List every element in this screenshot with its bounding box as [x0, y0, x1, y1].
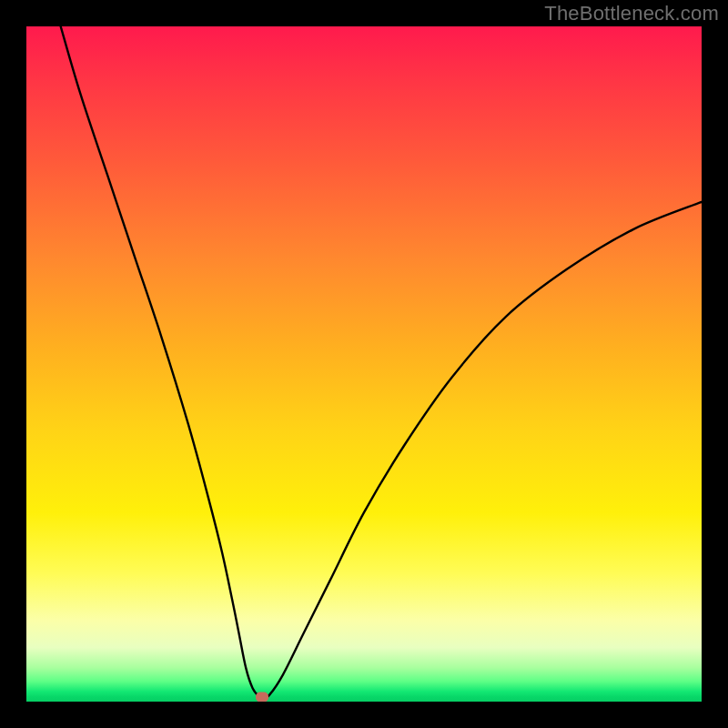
bottleneck-curve [26, 26, 702, 702]
watermark-text: TheBottleneck.com [544, 2, 719, 25]
plot-area [26, 26, 702, 702]
optimal-point-marker [256, 692, 268, 702]
chart-frame: TheBottleneck.com [0, 0, 728, 728]
